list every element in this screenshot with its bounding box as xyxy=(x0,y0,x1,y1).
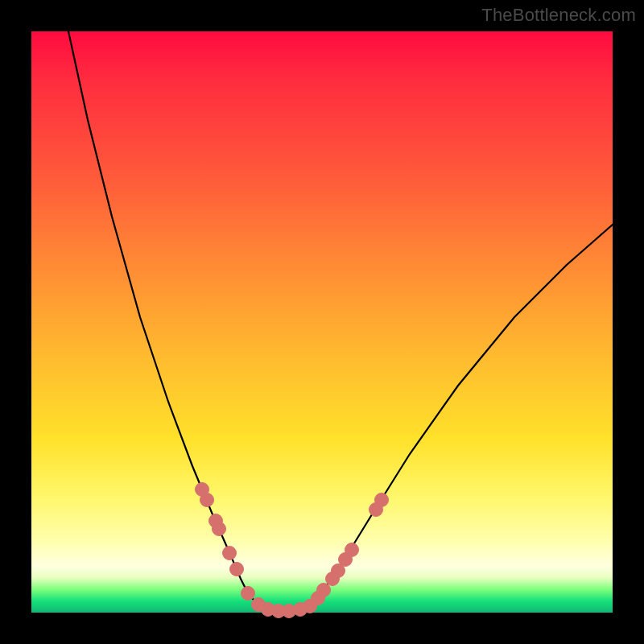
data-bead xyxy=(345,543,359,557)
plot-area xyxy=(31,31,613,613)
data-bead xyxy=(242,587,255,601)
data-bead xyxy=(200,493,214,507)
data-bead xyxy=(223,547,237,560)
curve-left xyxy=(68,31,262,608)
watermark-text: TheBottleneck.com xyxy=(481,5,636,26)
data-bead xyxy=(375,493,389,507)
bead-group xyxy=(196,483,389,618)
data-bead xyxy=(230,563,244,576)
data-bead xyxy=(317,584,331,597)
chart-stage: TheBottleneck.com xyxy=(0,0,644,644)
curve-layer xyxy=(31,31,613,613)
data-bead xyxy=(213,522,226,536)
